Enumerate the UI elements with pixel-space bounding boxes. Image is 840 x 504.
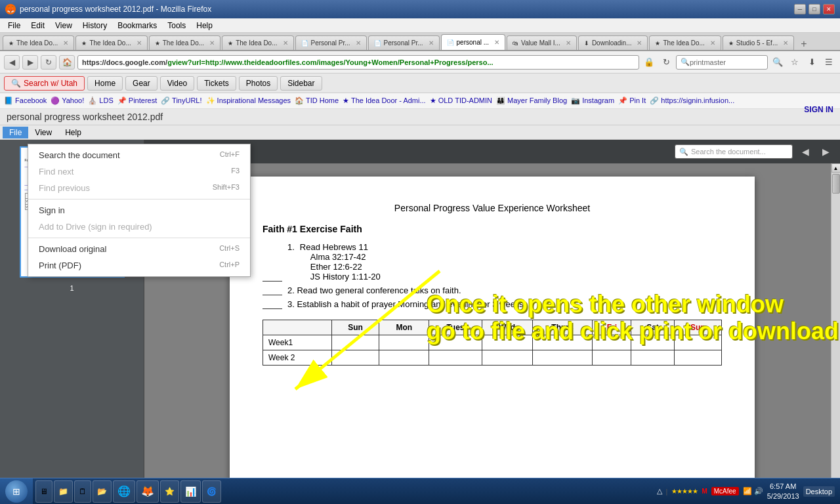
menu-help[interactable]: Help [191, 20, 218, 32]
home-utah-button[interactable]: Home [87, 76, 123, 91]
bookmark-tidhome[interactable]: 🏠 TID Home [295, 96, 339, 105]
bookmark-instagram[interactable]: 📷 Instagram [571, 96, 614, 105]
search-utah-button[interactable]: 🔍 Search w/ Utah [4, 76, 85, 91]
tab-9[interactable]: ★The Idea Do...✕ [649, 35, 721, 50]
taskbar-item-excel[interactable]: 📊 [180, 480, 201, 503]
menu-history[interactable]: History [77, 20, 112, 32]
new-tab-button[interactable]: + [795, 38, 812, 50]
bookmark-infusion[interactable]: 🔗 https://signin.infusion... [650, 96, 734, 105]
bookmark-lds[interactable]: ⛪ LDS [88, 96, 113, 105]
tab-0[interactable]: ★The Idea Do...✕ [3, 35, 74, 50]
tab-8-close[interactable]: ✕ [637, 39, 642, 47]
home-button[interactable]: 🏠 [59, 55, 75, 70]
back-button[interactable]: ◀ [4, 55, 20, 70]
tab-3-close[interactable]: ✕ [283, 39, 288, 47]
tab-1[interactable]: ★The Idea Do...✕ [75, 35, 147, 50]
tab-1-close[interactable]: ✕ [136, 39, 142, 47]
tab-8[interactable]: ⬇Downloadin...✕ [578, 35, 648, 50]
pdf-search-box[interactable]: 🔍 Search the document... [675, 144, 793, 159]
tab-3[interactable]: ★The Idea Do...✕ [222, 35, 293, 50]
sign-in-link[interactable]: SIGN IN [804, 105, 833, 114]
pdf-menu-file[interactable]: File [3, 127, 28, 138]
taskbar-item-3[interactable]: 📂 [93, 480, 112, 503]
pdf-menu-help[interactable]: Help [58, 127, 88, 138]
tab-7-favicon: 🛍 [513, 40, 518, 47]
tab-6-active[interactable]: 📄personal ...✕ [441, 34, 505, 50]
scroll-thumb[interactable] [832, 174, 840, 194]
pdf-search-prev[interactable]: ◀ [798, 145, 813, 158]
bookmark-oldtid[interactable]: ★ OLD TID-ADMIN [430, 96, 492, 105]
taskbar-item-0[interactable]: 🖥 [35, 480, 52, 503]
bookmark-pinterest[interactable]: 📌 Pinterest [117, 96, 157, 105]
menu-view[interactable]: View [50, 20, 77, 32]
search-bar[interactable]: 🔍 printmaster [676, 55, 768, 70]
bookmark-yahoo[interactable]: 🟣 Yahoo! [51, 96, 84, 105]
scroll-up-button[interactable]: ▲ [831, 163, 841, 173]
sidebar-utah-button[interactable]: Sidebar [280, 76, 322, 91]
bookmark-tinyurl[interactable]: 🔗 TinyURL! [161, 96, 201, 105]
taskbar-item-firefox[interactable]: 🦊 [136, 480, 159, 503]
video-utah-button[interactable]: Video [160, 76, 194, 91]
bookmark-pinit[interactable]: 📌 Pin It [618, 96, 646, 105]
tab-6-close[interactable]: ✕ [494, 39, 499, 46]
tab-9-close[interactable]: ✕ [710, 39, 715, 47]
menu-icon[interactable]: ☰ [822, 55, 836, 70]
start-button[interactable]: ⊞ [0, 478, 33, 505]
tab-2-close[interactable]: ✕ [209, 39, 215, 47]
bookmark-inspirational[interactable]: ✨ Inspirational Messages [206, 96, 291, 105]
tab-10-close[interactable]: ✕ [783, 39, 788, 47]
menu-tools[interactable]: Tools [162, 20, 191, 32]
pdf-search-next[interactable]: ▶ [818, 145, 833, 158]
taskbar-item-1[interactable]: 📁 [54, 480, 73, 503]
tab-4-close[interactable]: ✕ [356, 39, 361, 47]
desktop-label[interactable]: Desktop [803, 486, 835, 497]
tab-5[interactable]: 📄Personal Pr...✕ [368, 35, 440, 50]
tab-4[interactable]: 📄Personal Pr...✕ [295, 35, 367, 50]
taskbar-right: △ | ★★★★★ M McAfee 📶 🔊 6:57 AM 5/29/2013… [652, 482, 840, 501]
bookmark-mayer[interactable]: 👨‍👩‍👦 Mayer Family Blog [496, 96, 567, 105]
taskbar-item-app[interactable]: 🌀 [202, 480, 221, 503]
pdf-menu-view[interactable]: View [28, 127, 58, 138]
dropdown-signin[interactable]: Sign in [28, 202, 250, 219]
pdf-item-1-content: Read Hebrews 11 Alma 32:17-42 Ether 12:6… [300, 242, 381, 282]
reload-button[interactable]: ↻ [41, 55, 56, 70]
star-icon[interactable]: ☆ [788, 55, 802, 70]
menu-file[interactable]: File [3, 20, 26, 32]
minimize-button[interactable]: ─ [794, 4, 806, 14]
tab-2[interactable]: ★The Idea Do...✕ [149, 35, 220, 50]
download-icon[interactable]: ⬇ [805, 55, 819, 70]
pdf-vertical-scrollbar[interactable]: ▲ ▼ [831, 163, 840, 504]
tab-5-close[interactable]: ✕ [429, 39, 434, 47]
tab-7[interactable]: 🛍Value Mall I...✕ [507, 35, 577, 50]
forward-button[interactable]: ▶ [22, 55, 38, 70]
maximize-button[interactable]: □ [808, 4, 820, 14]
dropdown-download-original[interactable]: Download original Ctrl+S [28, 241, 250, 257]
table-col-tues: Tues [429, 320, 482, 335]
taskbar-item-2[interactable]: 🗒 [74, 480, 91, 503]
close-button[interactable]: ✕ [823, 4, 835, 14]
tab-7-close[interactable]: ✕ [566, 39, 571, 47]
tab-0-close[interactable]: ✕ [63, 39, 68, 47]
pdf-item-1-num: 1. [287, 242, 295, 282]
photos-utah-button[interactable]: Photos [239, 76, 278, 91]
zoom-in-icon[interactable]: 🔍 [770, 55, 785, 70]
tab-10[interactable]: ★Studio 5 - Ef...✕ [723, 35, 794, 50]
gear-utah-button[interactable]: Gear [125, 76, 158, 91]
dropdown-print-pdf[interactable]: Print (PDF) Ctrl+P [28, 257, 250, 274]
dropdown-section-account: Sign in Add to Drive (sign in required) [28, 199, 250, 238]
taskbar-item-chrome[interactable]: 🌐 [113, 480, 135, 503]
menu-bookmarks[interactable]: Bookmarks [112, 20, 162, 32]
taskbar-item-star[interactable]: ⭐ [160, 480, 179, 503]
titlebar-controls[interactable]: ─ □ ✕ [794, 4, 835, 14]
bookmark-facebook[interactable]: 📘 Facebook [4, 96, 47, 105]
tickets-utah-button[interactable]: Tickets [197, 76, 236, 91]
dropdown-add-to-drive: Add to Drive (sign in required) [28, 219, 250, 235]
menu-edit[interactable]: Edit [26, 20, 50, 32]
firefox-icon: 🦊 [5, 4, 16, 14]
bookmark-theideadoor[interactable]: ★ The Idea Door - Admi... [343, 96, 426, 105]
address-bar[interactable]: https://docs.google.com/gview?url=http:/… [77, 55, 639, 70]
reload-icon[interactable]: ↻ [659, 55, 673, 70]
system-clock[interactable]: 6:57 AM 5/29/2013 [767, 482, 799, 501]
dropdown-search-document[interactable]: Search the document Ctrl+F [28, 147, 250, 163]
navigation-bar: ◀ ▶ ↻ 🏠 https://docs.google.com/gview?ur… [0, 51, 840, 74]
